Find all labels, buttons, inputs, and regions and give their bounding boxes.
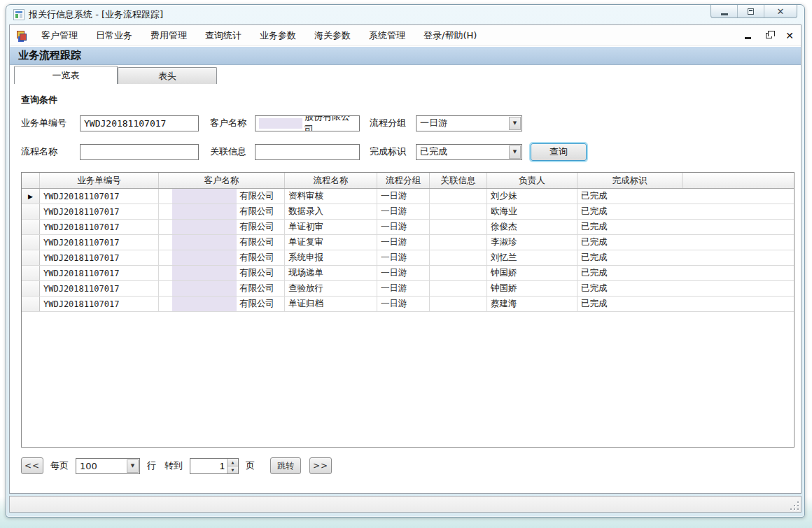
cell-process[interactable]: 系统申报	[285, 250, 377, 265]
cell-owner[interactable]: 钟国娇	[487, 281, 578, 296]
page-size-select[interactable]: 100 ▼	[76, 458, 140, 474]
cell-process[interactable]: 单证初审	[285, 220, 377, 234]
cell-order-no[interactable]: YWDJ20181107017	[40, 297, 159, 311]
column-header[interactable]: 完成标识	[578, 173, 682, 188]
table-row[interactable]: YWDJ20181107017 有限公司 查验放行 一日游 钟国娇 已完成	[22, 281, 794, 297]
cell-customer[interactable]: 有限公司	[159, 220, 285, 234]
minimize-button[interactable]	[711, 5, 738, 17]
cell-related[interactable]	[430, 250, 487, 265]
menu-item[interactable]: 海关参数	[305, 26, 360, 45]
cell-owner[interactable]: 刘忆兰	[487, 250, 578, 265]
row-selector-cell[interactable]	[22, 281, 40, 296]
cell-owner[interactable]: 蔡建海	[487, 297, 578, 311]
dropdown-arrow-icon[interactable]: ▼	[127, 459, 139, 473]
cell-process[interactable]: 单证归档	[285, 297, 377, 311]
row-selector-cell[interactable]: ▶	[22, 189, 40, 204]
menu-item[interactable]: 费用管理	[141, 26, 196, 45]
spinner-down-icon[interactable]: ▼	[227, 466, 238, 473]
cell-status[interactable]: 已完成	[578, 189, 682, 204]
cell-process[interactable]: 查验放行	[285, 281, 377, 296]
cell-owner[interactable]: 欧海业	[487, 204, 578, 219]
column-header[interactable]: 负责人	[487, 173, 578, 188]
cell-customer[interactable]: 有限公司	[159, 281, 285, 296]
cell-status[interactable]: 已完成	[578, 235, 682, 250]
table-row[interactable]: ▶ YWDJ20181107017 有限公司 资料审核 一日游 刘少妹 已完成	[22, 189, 794, 204]
cell-owner[interactable]: 刘少妹	[487, 189, 578, 204]
search-button[interactable]: 查询	[531, 143, 587, 161]
cell-order-no[interactable]: YWDJ20181107017	[40, 266, 159, 280]
cell-related[interactable]	[430, 235, 487, 250]
table-row[interactable]: YWDJ20181107017 有限公司 单证归档 一日游 蔡建海 已完成	[22, 297, 794, 312]
cell-process[interactable]: 现场递单	[285, 266, 377, 280]
process-name-input[interactable]	[80, 144, 199, 160]
row-selector-cell[interactable]	[22, 204, 40, 219]
cell-status[interactable]: 已完成	[578, 281, 682, 296]
cell-group[interactable]: 一日游	[377, 250, 430, 265]
table-row[interactable]: YWDJ20181107017 有限公司 系统申报 一日游 刘忆兰 已完成	[22, 250, 794, 266]
cell-group[interactable]: 一日游	[377, 281, 430, 296]
cell-related[interactable]	[430, 189, 487, 204]
jump-button[interactable]: 跳转	[270, 457, 301, 474]
menu-item[interactable]: 日常业务	[87, 26, 141, 45]
cell-order-no[interactable]: YWDJ20181107017	[40, 250, 159, 265]
spinner-up-icon[interactable]: ▲	[227, 459, 238, 466]
cell-order-no[interactable]: YWDJ20181107017	[40, 281, 159, 296]
row-selector-cell[interactable]	[22, 250, 40, 265]
cell-process[interactable]: 数据录入	[285, 204, 377, 219]
cell-order-no[interactable]: YWDJ20181107017	[40, 189, 159, 204]
cell-related[interactable]	[430, 297, 487, 311]
goto-page-input[interactable]	[190, 459, 227, 473]
column-header[interactable]: 流程名称	[285, 173, 377, 188]
row-selector-cell[interactable]	[22, 266, 40, 280]
title-bar[interactable]: 报关行信息系统 - [业务流程跟踪]	[6, 5, 804, 24]
row-selector-cell[interactable]	[22, 220, 40, 234]
menu-item[interactable]: 登录/帮助(H)	[414, 26, 486, 45]
menu-item[interactable]: 客户管理	[32, 26, 87, 45]
status-flag-select[interactable]: 已完成 ▼	[416, 144, 522, 160]
menu-item[interactable]: 系统管理	[360, 26, 414, 45]
related-info-input[interactable]	[255, 144, 360, 160]
cell-group[interactable]: 一日游	[377, 266, 430, 280]
column-header[interactable]: 关联信息	[430, 173, 487, 188]
cell-process[interactable]: 单证复审	[285, 235, 377, 250]
table-row[interactable]: YWDJ20181107017 有限公司 现场递单 一日游 钟国娇 已完成	[22, 266, 794, 281]
cell-customer[interactable]: 有限公司	[159, 250, 285, 265]
close-button[interactable]: ✕	[764, 5, 797, 17]
row-header-corner[interactable]	[22, 173, 40, 188]
cell-related[interactable]	[430, 281, 487, 296]
process-group-select[interactable]: 一日游 ▼	[416, 115, 522, 131]
mdi-restore-button[interactable]	[763, 30, 774, 41]
cell-status[interactable]: 已完成	[578, 266, 682, 280]
cell-status[interactable]: 已完成	[578, 204, 682, 219]
cell-customer[interactable]: 有限公司	[159, 297, 285, 311]
row-selector-cell[interactable]	[22, 297, 40, 311]
order-no-input[interactable]	[80, 115, 199, 131]
table-row[interactable]: YWDJ20181107017 有限公司 单证初审 一日游 徐俊杰 已完成	[22, 220, 794, 235]
customer-name-field[interactable]: 股份有限公司	[255, 115, 360, 131]
cell-owner[interactable]: 李淑珍	[487, 235, 578, 250]
cell-status[interactable]: 已完成	[578, 220, 682, 234]
table-row[interactable]: YWDJ20181107017 有限公司 数据录入 一日游 欧海业 已完成	[22, 204, 794, 220]
tab-overview[interactable]: 一览表	[14, 66, 118, 84]
cell-customer[interactable]: 有限公司	[159, 266, 285, 280]
cell-group[interactable]: 一日游	[377, 235, 430, 250]
mdi-close-button[interactable]: ✕	[784, 30, 795, 41]
cell-process[interactable]: 资料审核	[285, 189, 377, 204]
dropdown-arrow-icon[interactable]: ▼	[509, 145, 521, 159]
cell-related[interactable]	[430, 220, 487, 234]
menu-item[interactable]: 查询统计	[196, 26, 251, 45]
cell-owner[interactable]: 钟国娇	[487, 266, 578, 280]
cell-group[interactable]: 一日游	[377, 189, 430, 204]
cell-order-no[interactable]: YWDJ20181107017	[40, 235, 159, 250]
cell-customer[interactable]: 有限公司	[159, 235, 285, 250]
row-selector-cell[interactable]	[22, 235, 40, 250]
mdi-minimize-button[interactable]	[742, 30, 753, 41]
cell-group[interactable]: 一日游	[377, 297, 430, 311]
cell-status[interactable]: 已完成	[578, 297, 682, 311]
cell-owner[interactable]: 徐俊杰	[487, 220, 578, 234]
cell-status[interactable]: 已完成	[578, 250, 682, 265]
cell-group[interactable]: 一日游	[377, 220, 430, 234]
column-header[interactable]: 业务单编号	[40, 173, 159, 188]
cell-customer[interactable]: 有限公司	[159, 189, 285, 204]
restore-button[interactable]	[738, 5, 764, 17]
